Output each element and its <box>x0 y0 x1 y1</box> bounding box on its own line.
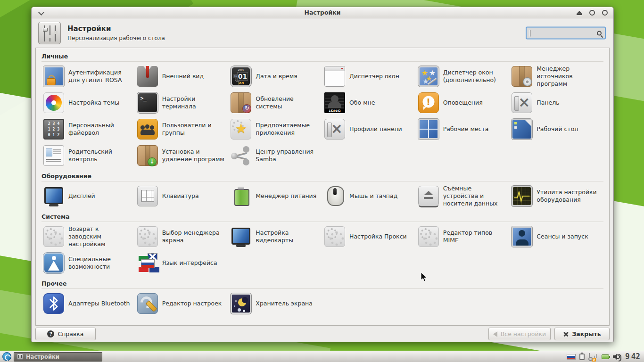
mixer-sliders-icon <box>38 22 61 44</box>
settings-item[interactable]: Пользователи и группы <box>135 117 229 141</box>
settings-item-label: Диспетчер окон (дополнительно) <box>443 69 508 84</box>
settings-item[interactable]: Диспетчер окон (дополнительно) <box>416 64 510 89</box>
settings-item-label: Хранитель экрана <box>256 300 313 307</box>
user-session-icon <box>512 226 532 247</box>
settings-item[interactable]: 234123012Персональный файервол <box>41 117 135 141</box>
settings-item[interactable]: Мышь и тачпад <box>322 184 416 208</box>
volume-icon[interactable] <box>613 354 621 360</box>
settings-item[interactable]: Аутентификация для утилит ROSA <box>41 64 135 89</box>
settings-item[interactable]: Адаптеры Bluetooth <box>41 291 135 316</box>
settings-item[interactable]: Диспетчер окон <box>322 64 416 89</box>
settings-item[interactable]: Обновление системы <box>229 90 322 115</box>
settings-item-label: Настройка темы <box>68 99 119 107</box>
settings-item[interactable]: Сеансы и запуск <box>510 224 603 249</box>
terminal-icon <box>137 92 158 113</box>
settings-item[interactable]: Рабочий стол <box>510 117 603 141</box>
settings-item[interactable]: Менеджер источников программ <box>510 64 603 89</box>
settings-item-label: Редактор настроек <box>162 300 222 307</box>
volume-waves-icon <box>617 354 620 359</box>
all-settings-button[interactable]: Все настройки <box>488 328 551 340</box>
settings-item[interactable]: Менеджер питания <box>229 184 322 208</box>
settings-item-label: Обо мне <box>349 99 375 107</box>
settings-item-label: Утилита настройки оборудования <box>537 189 602 204</box>
help-button[interactable]: Справка <box>35 328 96 340</box>
settings-item-label: Родительский контроль <box>68 148 133 163</box>
settings-item-label: Панель <box>537 99 559 107</box>
settings-item[interactable]: Настройки терминала <box>135 90 229 115</box>
settings-item-label: Установка и удаление программ <box>162 148 227 163</box>
settings-item[interactable]: Рабочие места <box>416 117 510 141</box>
maximize-button[interactable] <box>589 10 595 16</box>
close-window-button[interactable] <box>602 10 608 16</box>
header: Настройки Персонализация рабочего стола <box>32 18 613 48</box>
search-input[interactable] <box>531 30 595 36</box>
oscilloscope-wave-icon <box>512 186 532 206</box>
all-settings-button-label: Все настройки <box>501 330 546 337</box>
window-icon <box>324 66 345 87</box>
settings-item[interactable]: Настройка темы <box>41 90 135 115</box>
bluetooth-icon <box>43 293 64 314</box>
color-pinwheel-icon <box>43 92 64 113</box>
settings-item-label: Сеансы и запуск <box>537 233 588 240</box>
settings-item[interactable]: Центр управления Samba <box>229 143 322 168</box>
settings-item-label: Клавиатура <box>162 192 199 200</box>
settings-item[interactable]: Язык интерфейса <box>135 251 229 275</box>
settings-item[interactable]: Утилита настройки оборудования <box>510 184 603 208</box>
settings-item-label: Настройки терминала <box>162 95 227 110</box>
settings-item[interactable]: Родительский контроль <box>41 143 135 168</box>
settings-item[interactable]: Настройка видеокарты <box>229 224 322 249</box>
settings-item[interactable]: Хранитель экрана <box>229 291 322 316</box>
settings-item[interactable]: 1829102Обо мне <box>322 90 416 115</box>
settings-item[interactable]: Выбор менеджера экрана <box>135 224 229 249</box>
settings-item[interactable]: Редактор типов MIME <box>416 224 510 249</box>
settings-item-label: Специальные возможности <box>68 255 133 271</box>
settings-item[interactable]: Съёмные устройства и носители данных <box>416 184 510 208</box>
task-label: Настройки <box>26 354 59 360</box>
settings-item[interactable]: Внешний вид <box>135 64 229 89</box>
settings-item[interactable]: Оповещения <box>416 90 510 115</box>
settings-item[interactable]: Специальные возможности <box>41 251 135 275</box>
taskbar-window-button[interactable]: Настройки <box>14 352 102 362</box>
settings-item[interactable]: Дисплей <box>41 184 135 208</box>
taskbar-clock[interactable]: 9 42 <box>625 353 640 361</box>
package-cd-icon <box>512 66 532 87</box>
help-icon <box>47 330 54 337</box>
settings-item-label: Рабочий стол <box>537 125 578 133</box>
settings-item-label: Оповещения <box>443 99 483 107</box>
close-button[interactable]: Закрыть <box>554 328 610 340</box>
settings-item[interactable]: Установка и удаление программ <box>135 143 229 168</box>
settings-item[interactable]: Возврат к заводским настройкам <box>41 224 135 249</box>
settings-item-label: Адаптеры Bluetooth <box>68 300 130 307</box>
settings-item-label: Дата и время <box>256 73 297 80</box>
settings-item[interactable]: Редактор настроек <box>135 291 229 316</box>
settings-item-label: Язык интерфейса <box>162 259 217 267</box>
settings-item[interactable]: Клавиатура <box>135 184 229 208</box>
settings-item[interactable]: Предпочитаемые приложения <box>229 117 322 141</box>
search-box[interactable] <box>526 27 606 40</box>
clock-minutes: 42 <box>631 353 640 361</box>
settings-section: ОборудованиеДисплейКлавиатураМенеджер пи… <box>41 170 603 208</box>
clipboard-icon[interactable] <box>579 354 585 360</box>
settings-section: СистемаВозврат к заводским настройкамВыб… <box>41 210 603 275</box>
id-card-icon <box>43 145 64 166</box>
section-title: Личные <box>41 50 603 62</box>
shade-button[interactable] <box>577 11 582 15</box>
settings-item-label: Выбор менеджера экрана <box>162 229 227 244</box>
settings-item-label: Мышь и тачпад <box>349 192 397 200</box>
mouse-device-icon <box>324 186 345 206</box>
text-caret <box>530 30 530 36</box>
section-title: Система <box>41 210 603 222</box>
battery-icon[interactable] <box>602 354 609 359</box>
settings-item[interactable]: 2007Sun01JANДата и время <box>229 64 322 89</box>
settings-item-label: Профили панели <box>349 125 402 133</box>
settings-item[interactable]: Профили панели <box>322 117 416 141</box>
titlebar[interactable]: Настройки <box>32 7 613 18</box>
keyboard-layout-flag-ru-icon[interactable] <box>567 354 576 360</box>
settings-item-label: Настройка видеокарты <box>256 229 321 244</box>
key-signal-icon[interactable]: U <box>588 353 598 361</box>
language-flags-icon <box>137 253 158 273</box>
settings-item[interactable]: Настройка Прокси <box>322 224 416 249</box>
start-menu-button[interactable] <box>2 352 11 361</box>
settings-item[interactable]: Панель <box>510 90 603 115</box>
section-title: Оборудование <box>41 170 603 181</box>
